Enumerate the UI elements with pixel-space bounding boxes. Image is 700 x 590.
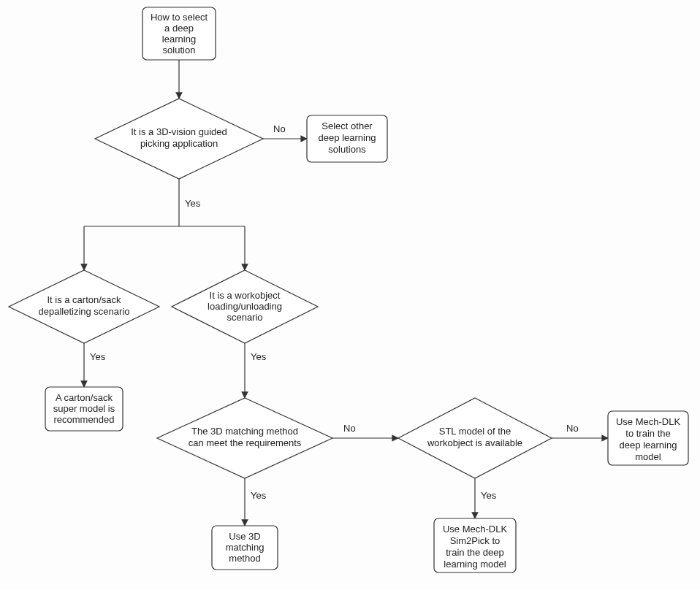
text: deep learning — [319, 132, 376, 143]
text: train the deep — [446, 547, 504, 558]
label-yes: Yes — [185, 198, 201, 209]
text: Use Mech-DLK — [443, 524, 507, 535]
node-use3d: Use 3D matching method — [212, 526, 278, 570]
node-d2: It is a carton/sack depalletizing scenar… — [9, 270, 159, 343]
text: solutions — [328, 144, 366, 155]
text: Sim2Pick to — [450, 535, 501, 546]
node-d5: STL model of the workobject is available — [398, 398, 552, 478]
text: deep learning — [620, 440, 677, 451]
text: A carton/sack — [56, 392, 113, 403]
label-yes: Yes — [481, 490, 497, 501]
text: STL model of the — [439, 426, 511, 437]
text: learning — [162, 34, 196, 45]
node-d1: It is a 3D-vision guided picking applica… — [95, 99, 263, 179]
text: How to select — [151, 12, 208, 23]
text: solution — [163, 45, 196, 55]
node-d3: It is a workobject loading/unloading sce… — [172, 270, 318, 343]
node-sim2pick: Use Mech-DLK Sim2Pick to train the deep … — [434, 518, 516, 572]
label-yes: Yes — [251, 351, 267, 362]
label-no: No — [566, 423, 579, 434]
text: can meet the requirements — [189, 437, 302, 448]
node-other: Select other deep learning solutions — [307, 115, 387, 162]
text: workobject is available — [427, 437, 522, 448]
node-start: How to select a deep learning solution — [142, 7, 216, 60]
text: Select other — [322, 120, 373, 131]
text: to train the — [625, 428, 670, 439]
text: learning model — [444, 559, 506, 570]
text: recommended — [53, 414, 114, 425]
text: picking application — [140, 138, 218, 149]
text: model — [635, 451, 661, 462]
node-d4: The 3D matching method can meet the requ… — [157, 398, 332, 478]
text: It is a carton/sack — [47, 294, 121, 305]
text: Use Mech-DLK — [616, 416, 680, 427]
flowchart: How to select a deep learning solution I… — [0, 0, 700, 590]
node-mechdlk: Use Mech-DLK to train the deep learning … — [608, 411, 688, 465]
text: The 3D matching method — [191, 426, 298, 437]
label-yes: Yes — [90, 351, 106, 362]
text: depalletizing scenario — [38, 306, 129, 317]
label-no: No — [343, 423, 356, 434]
text: scenario — [227, 312, 262, 323]
text: super model is — [53, 403, 115, 414]
text: It is a 3D-vision guided — [131, 126, 227, 137]
text: It is a workobject — [210, 290, 281, 301]
label-yes: Yes — [251, 490, 267, 501]
text: Use 3D — [229, 531, 260, 542]
node-super: A carton/sack super model is recommended — [45, 387, 123, 431]
label-no: No — [273, 123, 286, 134]
text: matching — [226, 542, 265, 553]
text: a deep — [164, 23, 194, 34]
text: loading/unloading — [208, 301, 282, 312]
text: method — [229, 553, 260, 564]
